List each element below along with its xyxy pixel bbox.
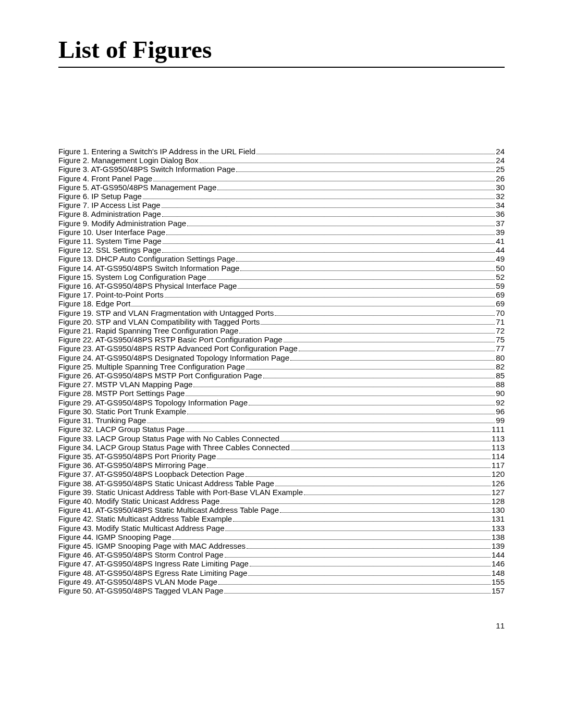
toc-row: Figure 7. IP Access List Page 34 [58,201,505,209]
toc-entry-label: Figure 13. DHCP Auto Configuration Setti… [58,254,235,263]
toc-entry-page: 75 [496,335,505,344]
toc-row: Figure 40. Modify Static Unicast Address… [58,497,505,505]
toc-leader-dots [250,566,491,566]
toc-entry-page: 126 [492,479,505,488]
toc-row: Figure 30. Static Port Trunk Example 96 [58,407,505,416]
toc-leader-dots [162,207,495,208]
toc-entry-page: 69 [496,299,505,308]
toc-entry-page: 139 [492,541,505,550]
toc-row: Figure 46. AT-GS950/48PS Storm Control P… [58,550,505,559]
toc-entry-label: Figure 12. SSL Settings Page [58,245,161,254]
toc-row: Figure 18. Edge Port 69 [58,299,505,308]
toc-entry-page: 69 [496,290,505,299]
toc-row: Figure 13. DHCP Auto Configuration Setti… [58,254,505,263]
toc-leader-dots [247,548,491,549]
toc-entry-label: Figure 8. Administration Page [58,209,161,218]
toc-row: Figure 9. Modify Administration Page 37 [58,219,505,228]
toc-leader-dots [147,423,495,423]
toc-entry-page: 88 [496,380,505,389]
toc-entry-label: Figure 5. AT-GS950/48PS Management Page [58,183,216,192]
toc-entry-page: 92 [496,398,505,407]
toc-leader-dots [187,226,495,226]
toc-leader-dots [280,512,491,513]
toc-entry-page: 24 [496,156,505,165]
toc-entry-label: Figure 38. AT-GS950/48PS Static Unicast … [58,479,274,488]
toc-leader-dots [246,476,491,477]
document-page: List of Figures Figure 1. Entering a Swi… [0,0,563,728]
toc-entry-page: 111 [492,425,505,434]
toc-leader-dots [162,252,495,253]
toc-entry-label: Figure 37. AT-GS950/48PS Loopback Detect… [58,470,244,478]
toc-row: Figure 44. IGMP Snooping Page 138 [58,533,505,541]
toc-entry-page: 131 [492,514,505,523]
toc-row: Figure 38. AT-GS950/48PS Static Unicast … [58,479,505,488]
toc-entry-page: 113 [492,443,505,452]
toc-leader-dots [193,387,495,387]
toc-leader-dots [290,360,495,361]
toc-entry-page: 72 [496,326,505,335]
toc-row: Figure 34. LACP Group Status Page with T… [58,443,505,452]
toc-entry-label: Figure 46. AT-GS950/48PS Storm Control P… [58,550,224,559]
toc-entry-label: Figure 30. Static Port Trunk Example [58,407,186,416]
toc-entry-label: Figure 18. Edge Port [58,299,130,308]
toc-entry-page: 128 [492,497,505,505]
toc-row: Figure 31. Trunking Page 99 [58,416,505,425]
toc-entry-page: 80 [496,353,505,362]
toc-entry-label: Figure 3. AT-GS950/48PS Switch Informati… [58,165,235,174]
toc-leader-dots [217,459,491,459]
toc-leader-dots [225,557,491,558]
toc-row: Figure 12. SSL Settings Page 44 [58,245,505,254]
toc-leader-dots [131,306,495,306]
toc-entry-page: 96 [496,407,505,416]
toc-entry-label: Figure 50. AT-GS950/48PS Tagged VLAN Pag… [58,586,223,595]
toc-entry-label: Figure 26. AT-GS950/48PS MSTP Port Confi… [58,371,262,380]
toc-entry-page: 37 [496,219,505,228]
toc-leader-dots [275,315,495,316]
toc-leader-dots [256,154,495,154]
toc-entry-label: Figure 14. AT-GS950/48PS Switch Informat… [58,264,239,273]
toc-leader-dots [275,486,491,486]
toc-row: Figure 17. Point-to-Point Ports 69 [58,290,505,299]
toc-entry-label: Figure 11. System Time Page [58,237,162,245]
toc-entry-label: Figure 16. AT-GS950/48PS Physical Interf… [58,281,237,290]
toc-entry-page: 138 [492,533,505,541]
toc-leader-dots [143,199,495,199]
toc-entry-page: 146 [492,559,505,568]
toc-row: Figure 32. LACP Group Status Page 111 [58,425,505,434]
toc-entry-label: Figure 41. AT-GS950/48PS Static Multicas… [58,505,279,514]
toc-entry-label: Figure 21. Rapid Spanning Tree Configura… [58,326,238,335]
toc-entry-page: 44 [496,245,505,254]
toc-entry-label: Figure 40. Modify Static Unicast Address… [58,497,219,505]
page-title: List of Figures [58,35,505,64]
toc-entry-page: 25 [496,165,505,174]
toc-entry-page: 59 [496,281,505,290]
toc-entry-label: Figure 31. Trunking Page [58,416,146,425]
toc-row: Figure 8. Administration Page 36 [58,209,505,218]
toc-leader-dots [173,539,491,540]
toc-entry-label: Figure 25. Multiple Spanning Tree Config… [58,362,245,371]
toc-row: Figure 24. AT-GS950/48PS Designated Topo… [58,353,505,362]
toc-entry-label: Figure 6. IP Setup Page [58,192,142,201]
toc-leader-dots [221,503,491,504]
toc-entry-page: 39 [496,228,505,237]
toc-entry-page: 117 [492,461,505,470]
toc-leader-dots [261,324,495,325]
toc-entry-label: Figure 29. AT-GS950/48PS Topology Inform… [58,398,248,407]
toc-leader-dots [263,378,495,378]
toc-row: Figure 15. System Log Configuration Page… [58,273,505,281]
toc-row: Figure 6. IP Setup Page 32 [58,192,505,201]
list-of-figures: Figure 1. Entering a Switch's IP Address… [58,147,505,595]
toc-row: Figure 45. IGMP Snooping Page with MAC A… [58,541,505,550]
toc-leader-dots [207,467,491,468]
toc-row: Figure 41. AT-GS950/48PS Static Multicas… [58,505,505,514]
toc-row: Figure 35. AT-GS950/48PS Port Priority P… [58,452,505,461]
toc-entry-label: Figure 9. Modify Administration Page [58,219,186,228]
toc-row: Figure 20. STP and VLAN Compatibility wi… [58,317,505,326]
toc-row: Figure 33. LACP Group Status Page with N… [58,434,505,443]
toc-entry-page: 99 [496,416,505,425]
toc-entry-page: 52 [496,273,505,281]
toc-leader-dots [291,450,491,450]
toc-row: Figure 10. User Interface Page 39 [58,228,505,237]
toc-entry-page: 148 [492,569,505,577]
toc-leader-dots [233,521,491,522]
